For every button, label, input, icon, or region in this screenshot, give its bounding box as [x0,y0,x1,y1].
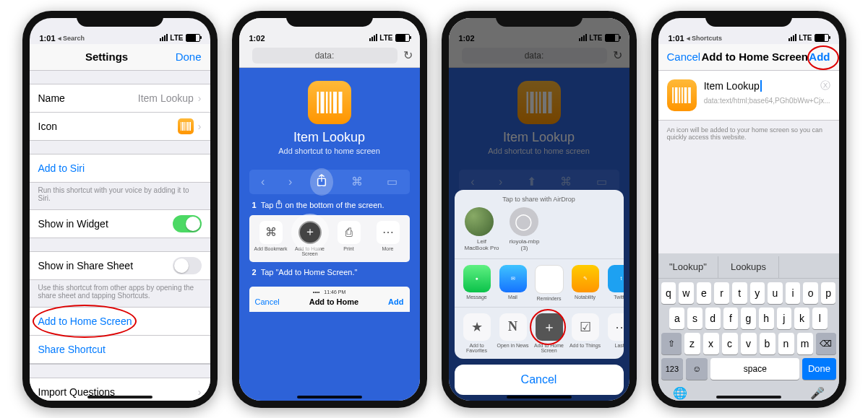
home-indicator[interactable] [87,396,152,399]
bookmarks-icon: ⌘ [351,175,363,188]
key-c[interactable]: c [722,333,738,354]
share-shortcut-button[interactable]: Share Shortcut [30,336,210,364]
key-v[interactable]: v [741,333,757,354]
widget-toggle-cell: Show in Widget [30,210,210,238]
key-o[interactable]: o [803,282,818,304]
svg-rect-6 [317,92,319,113]
key-q[interactable]: q [661,282,676,304]
key-m[interactable]: m [797,333,813,354]
emoji-key[interactable]: ☺ [686,358,708,380]
key-e[interactable]: e [697,282,712,304]
clear-icon[interactable]: ⓧ [820,79,830,92]
suggestion[interactable]: "Lookup" [658,256,719,278]
key-b[interactable]: b [760,333,775,354]
add-to-siri-button[interactable]: Add to Siri [30,154,210,182]
phone-1-settings: 1:01◂ Search LTE Settings Done Name Item… [22,11,218,408]
home-indicator[interactable] [716,396,781,399]
svg-rect-9 [330,92,332,113]
signal-icon [369,34,377,43]
share-app-notability[interactable]: ✎Notability [569,265,602,301]
safari-address-bar: data: ↻ [239,44,420,68]
cancel-button[interactable]: Cancel [667,51,701,63]
key-r[interactable]: r [714,282,729,304]
share-sheet-toggle-cell: Show in Share Sheet [30,252,210,279]
key-s[interactable]: s [687,308,702,329]
space-key[interactable]: space [710,358,799,380]
shortcut-url: data:text/html;base64,PGh0bWw+Cjx... [704,97,830,105]
numbers-key[interactable]: 123 [661,358,684,380]
highlight-ring [33,305,137,338]
key-z[interactable]: z [684,333,700,354]
keyboard: "Lookup" Lookups qwertyuiop asdfghjkl ⇧z… [658,253,839,401]
airdrop-target[interactable]: ◯rloyola-mbp(3) [510,207,540,251]
action-open-in-news[interactable]: NOpen in News [497,313,530,353]
key-a[interactable]: a [669,308,684,329]
backspace-key[interactable]: ⌫ [816,333,836,354]
share-app-mail[interactable]: ✉Mail [497,265,530,301]
url-field[interactable]: data: [252,48,398,64]
key-p[interactable]: p [821,282,836,304]
toolbar-illustration: ‹› ⌘▭ [249,170,410,194]
reload-icon[interactable]: ↻ [403,48,413,62]
share-icon [316,174,327,190]
key-w[interactable]: w [679,282,694,304]
share-app-reminders[interactable]: Reminders [533,265,566,301]
cancel-button[interactable]: Cancel [455,365,624,395]
globe-icon[interactable]: 🌐 [673,386,687,400]
icon-cell[interactable]: Icon › [30,113,210,140]
svg-rect-25 [684,87,687,103]
suggestion[interactable] [779,256,839,278]
back-to-shortcuts[interactable]: ◂ Shortcuts [687,35,723,42]
home-indicator[interactable] [297,396,362,399]
key-j[interactable]: j [777,308,792,329]
back-icon: ‹ [261,175,265,188]
print-icon: ⎙ [338,221,361,244]
key-h[interactable]: h [759,308,774,329]
add-to-home-footer: An icon will be added to your home scree… [658,121,839,147]
key-t[interactable]: t [732,282,747,304]
key-g[interactable]: g [741,308,756,329]
key-f[interactable]: f [723,308,739,329]
svg-rect-4 [187,122,189,131]
svg-rect-10 [333,92,337,113]
widget-toggle[interactable] [173,215,202,232]
key-y[interactable]: y [750,282,765,304]
key-l[interactable]: l [812,308,828,329]
chevron-icon: › [198,92,202,104]
svg-rect-11 [338,92,342,113]
svg-rect-3 [186,122,186,131]
svg-rect-21 [672,87,674,103]
home-indicator[interactable] [507,396,572,399]
key-i[interactable]: i [786,282,801,304]
done-key[interactable]: Done [802,358,835,380]
key-k[interactable]: k [794,308,809,329]
shift-key[interactable]: ⇧ [661,333,682,354]
share-app-message[interactable]: ●Message [460,265,494,301]
svg-rect-23 [679,87,680,103]
key-u[interactable]: u [768,282,783,304]
suggestion[interactable]: Lookups [718,256,779,278]
share-sheet-toggle[interactable] [173,257,202,274]
time: 1:01 [40,34,56,43]
add-to-home-editor: Item Lookup ⓧ data:text/html;base64,PGh0… [658,71,839,121]
action-add-to-things[interactable]: ☑Add to Things [569,313,602,353]
shortcut-name-input[interactable]: Item Lookup [704,80,762,92]
mic-icon[interactable]: 🎤 [810,386,825,400]
tabs-icon: ▭ [387,175,398,188]
share-app-twitter[interactable]: tTwitter [605,265,624,301]
done-button[interactable]: Done [176,51,202,63]
airdrop-header: Tap to share with AirDrop [455,196,624,203]
nav-title: Add to Home Screen [702,51,809,63]
back-to-search[interactable]: ◂ Search [58,35,85,42]
key-n[interactable]: n [778,333,794,354]
airdrop-target[interactable]: LeifMacBook Pro [465,207,499,251]
share-sheet: Tap to share with AirDrop LeifMacBook Pr… [455,190,624,395]
action-add-to-favorites[interactable]: ★Add to Favorites [460,313,494,353]
actions-illustration: ⌘Add Bookmark ＋Add to Home Screen ⎙Print… [249,215,410,262]
key-x[interactable]: x [703,333,719,354]
phone-4-add-to-home: 1:01◂ Shortcuts LTE Cancel Add to Home S… [651,11,846,408]
action-lastpass[interactable]: ⋯LastP [605,313,624,353]
avatar [465,207,494,236]
name-cell[interactable]: Name Item Lookup› [30,84,210,113]
key-d[interactable]: d [705,308,721,329]
